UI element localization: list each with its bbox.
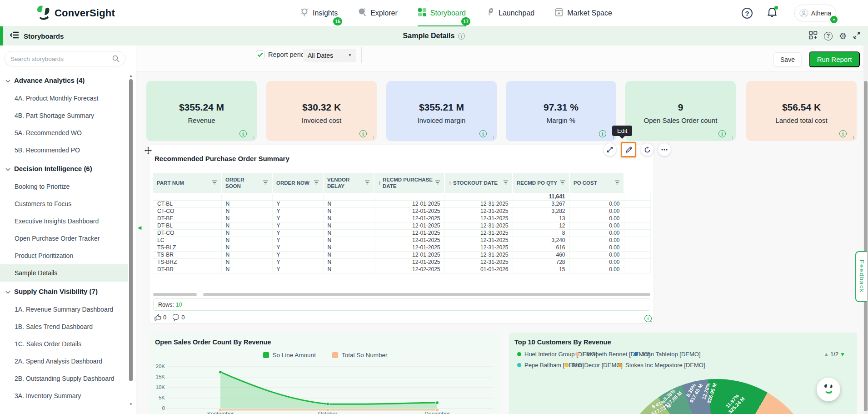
storyboard-search[interactable] [5, 51, 125, 66]
sidebar-item-sample-details[interactable]: Sample Details [0, 264, 128, 282]
column-header-vendor-delay[interactable]: VENDOR DELAY [323, 173, 374, 193]
table-row[interactable]: LCNYN12-01-202512-31-20253,2400.00 [153, 237, 650, 244]
table-row[interactable]: DT-CONYN12-01-202512-31-202580.00 [153, 229, 650, 237]
sidebar-item-2a-spend-analysis-dashboard[interactable]: 2A. Spend Analysis Dashboard [0, 353, 128, 370]
nav-item-insights[interactable]: Insights15 [300, 0, 338, 26]
notification-bell-icon[interactable] [767, 7, 777, 20]
sidebar-collapse-icon[interactable]: ◀ [136, 222, 143, 233]
widget-resize-corner[interactable] [649, 318, 652, 322]
table-row[interactable]: CT-BLNYN12-01-202512-31-20253,2670.00 [153, 200, 650, 207]
nav-item-storyboard[interactable]: Storyboard17 [418, 0, 466, 26]
info-icon[interactable]: i [718, 130, 726, 137]
table-row[interactable]: DT-BENYN12-01-202512-31-2025130.00 [153, 215, 650, 222]
settings-gear-icon[interactable]: ⚙ [839, 32, 847, 40]
pie-legend-john-tabletop-demo-[interactable]: John Tabletop [DEMO] [634, 351, 701, 358]
widget-more-icon[interactable] [658, 143, 671, 156]
save-button[interactable]: Save [773, 52, 802, 67]
column-header-order-soon[interactable]: ORDER SOON [221, 173, 272, 193]
sidebar-item-executive-insights-dashboard[interactable]: Executive Insights Dashboard [0, 212, 128, 230]
move-handle-icon[interactable] [144, 146, 152, 157]
legend-page-down-icon[interactable]: ▼ [840, 351, 845, 358]
filter-icon[interactable] [614, 180, 620, 186]
cell: N [221, 237, 272, 244]
pie-legend-stokes-inc-megastore-demo-[interactable]: Stokes Inc Megastore [DEMO] [618, 362, 705, 369]
pie-legend-rob-decor-demo-[interactable]: Rob Decor [DEMO] [564, 362, 623, 369]
info-icon[interactable]: i [479, 130, 487, 137]
filter-icon[interactable] [503, 180, 509, 186]
sidebar-scroll-down-icon[interactable]: ▼ [129, 402, 133, 406]
sidebar-item-3a-inventory-summary[interactable]: 3A. Inventory Summary [0, 387, 128, 404]
cell: N [221, 215, 272, 222]
table-row[interactable]: DT-BRNYN12-02-202501-01-2026150.00 [153, 266, 650, 273]
filter-icon[interactable] [263, 180, 268, 186]
column-header-part-num[interactable]: PART NUM [153, 173, 221, 193]
table-row[interactable]: DT-BLNYN12-01-202512-31-2025120.00 [153, 222, 650, 229]
sidebar-item-1c-sales-order-details[interactable]: 1C. Sales Order Details [0, 335, 128, 353]
info-icon[interactable]: i [839, 130, 847, 137]
nav-item-launchpad[interactable]: Launchpad [486, 0, 534, 26]
table-row[interactable]: TS-BRNYN12-01-202512-31-20254600.00 [153, 251, 650, 258]
nav-item-market-space[interactable]: Market Space [554, 0, 612, 26]
add-widget-icon[interactable] [809, 31, 818, 41]
sidebar-scroll-up-icon[interactable]: ▲ [129, 74, 133, 78]
collapse-panel-icon[interactable] [10, 31, 19, 40]
page-title-info-icon[interactable]: i [458, 33, 465, 40]
widget-expand-icon[interactable] [604, 143, 616, 156]
sidebar-item-customers-to-focus[interactable]: Customers to Focus [0, 195, 128, 212]
table-row[interactable]: TS-BRZNYN12-01-202512-31-20257280.00 [153, 258, 650, 266]
sidebar-item-open-purchase-order-tracker[interactable]: Open Purchase Order Tracker [0, 230, 128, 247]
period-select[interactable]: All Dates ▼ [303, 49, 356, 62]
sidebar-scrollbar[interactable] [129, 79, 133, 381]
legend-page-up-icon[interactable]: ▲ [823, 351, 829, 358]
filter-icon[interactable] [435, 180, 440, 186]
sidebar-item-booking-to-priortize[interactable]: Booking to Priortize [0, 178, 128, 195]
search-input[interactable] [10, 56, 112, 62]
filter-icon[interactable] [212, 180, 217, 186]
filter-icon[interactable] [560, 180, 565, 186]
sidebar-item-5a-recommended-wo[interactable]: 5A. Recommended WO [0, 124, 128, 141]
filter-icon[interactable] [314, 180, 319, 186]
user-menu[interactable]: Athena ▼ [794, 5, 836, 21]
table-row[interactable]: TS-BLZNYN12-01-202512-31-20256160.00 [153, 244, 650, 251]
sidebar-item-1b-sales-trend-dashboard[interactable]: 1B. Sales Trend Dashboard [0, 318, 128, 335]
column-header-recmd-purchase-date[interactable]: ↑RECMD PURCHASE DATE [374, 173, 444, 193]
info-icon[interactable]: i [599, 130, 606, 137]
main-scrollbar-thumb[interactable] [864, 81, 868, 411]
board-help-icon[interactable]: ? [824, 32, 833, 40]
assistant-fab[interactable] [817, 378, 840, 401]
help-icon[interactable]: ? [742, 8, 753, 19]
cell: 12-31-2025 [444, 251, 513, 258]
widget-refresh-icon[interactable] [641, 143, 653, 156]
column-header-recmd-po-qty[interactable]: RECMD PO QTY [513, 173, 569, 193]
filter-icon[interactable] [364, 180, 370, 186]
sidebar-group-1[interactable]: Decision Intelligence (6) [0, 159, 128, 178]
sidebar-group-2[interactable]: Supply Chain Visibility (7) [0, 282, 128, 301]
fullscreen-icon[interactable] [853, 31, 861, 41]
column-header-stockout-date[interactable]: ↑STOCKOUT DATE [444, 173, 513, 193]
cell: 15 [513, 266, 569, 273]
sidebar-item-2b-outstanding-supply-dashboard[interactable]: 2B. Outstanding Supply Dashboard [0, 370, 128, 387]
info-icon[interactable]: i [239, 130, 247, 137]
run-report-button[interactable]: Run Report [809, 51, 860, 67]
like-button[interactable]: 0 [155, 314, 166, 321]
po-summary-table: PART NUMORDER SOONORDER NOWVENDOR DELAY↑… [153, 173, 651, 273]
table-row[interactable]: CT-CONYN12-01-202512-31-20253,2820.00 [153, 207, 650, 215]
sidebar-item-4b-part-shortage-summary[interactable]: 4B. Part Shortage Summary [0, 107, 128, 124]
info-icon[interactable]: i [359, 130, 367, 137]
sidebar-item-5b-recommended-po[interactable]: 5B. Recommended PO [0, 141, 128, 159]
cell: 01-01-2026 [444, 266, 513, 273]
sidebar-item-4a-product-monthly-forecast[interactable]: 4A. Product Monthly Forecast [0, 90, 128, 107]
report-period-checkbox[interactable] [256, 50, 264, 59]
rocket-icon [486, 7, 495, 19]
feedback-tab[interactable]: Feedback [855, 251, 867, 302]
nav-item-explorer[interactable]: Explorer [358, 0, 398, 26]
table-hscrollbar-left[interactable] [153, 293, 197, 296]
comment-button[interactable]: 0 [173, 314, 185, 321]
sidebar-group-0[interactable]: Advance Analytics (4) [0, 71, 128, 90]
table-hscrollbar-main[interactable] [203, 293, 650, 296]
column-header-po-cost[interactable]: PO COST [569, 173, 624, 193]
widget-edit-icon[interactable] [621, 142, 636, 157]
column-header-order-now[interactable]: ORDER NOW [272, 173, 323, 193]
sidebar-item-1a-revenue-summary-dashboard[interactable]: 1A. Revenue Summary Dashboard [0, 301, 128, 318]
sidebar-item-product-prioritization[interactable]: Product Prioritization [0, 247, 128, 264]
